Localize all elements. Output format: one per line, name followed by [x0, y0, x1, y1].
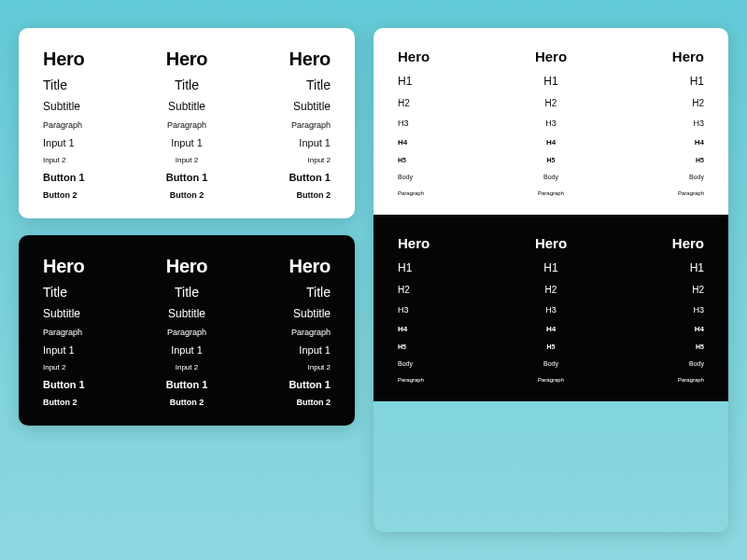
label-title: Title [175, 77, 199, 92]
label-subtitle: Subtitle [43, 100, 80, 113]
column-left-aligned: Hero Title Subtitle Paragraph Input 1 In… [43, 49, 132, 200]
label-title: Title [306, 77, 331, 92]
column-center-aligned: Hero H1 H2 H3 H4 H5 Body Paragraph [503, 235, 598, 383]
type-scale-panel-light: Hero H1 H2 H3 H4 H5 Body Paragraph Hero … [374, 28, 728, 215]
scale-paragraph: Paragraph [398, 190, 424, 196]
scale-h5: H5 [547, 343, 556, 350]
scale-hero: Hero [398, 49, 430, 64]
scale-h3: H3 [693, 119, 704, 128]
left-column: Hero Title Subtitle Paragraph Input 1 In… [19, 28, 355, 532]
label-button-1: Button 1 [43, 172, 85, 183]
label-input-2: Input 2 [308, 156, 331, 164]
column-right-aligned: Hero H1 H2 H3 H4 H5 Body Paragraph [610, 49, 704, 196]
column-right-aligned: Hero Title Subtitle Paragraph Input 1 In… [242, 256, 331, 407]
scale-h5: H5 [696, 343, 704, 350]
label-hero: Hero [166, 256, 207, 277]
scale-h4: H4 [695, 325, 704, 333]
label-title: Title [43, 77, 67, 92]
column-left-aligned: Hero H1 H2 H3 H4 H5 Body Paragraph [398, 49, 492, 196]
label-hero: Hero [43, 49, 84, 70]
label-input-1: Input 1 [171, 137, 203, 148]
scale-h4: H4 [398, 138, 407, 147]
label-input-1: Input 1 [171, 344, 203, 356]
label-subtitle: Subtitle [293, 307, 331, 320]
scale-hero: Hero [672, 235, 704, 251]
scale-h3: H3 [545, 119, 557, 128]
type-scale-panel-dark: Hero H1 H2 H3 H4 H5 Body Paragraph Hero … [374, 215, 728, 401]
label-button-2: Button 2 [43, 398, 78, 407]
components-card-light: Hero Title Subtitle Paragraph Input 1 In… [19, 28, 355, 218]
label-paragraph: Paragraph [167, 120, 206, 130]
label-button-1: Button 1 [289, 172, 331, 183]
label-button-2: Button 2 [170, 190, 204, 200]
column-right-aligned: Hero Title Subtitle Paragraph Input 1 In… [242, 49, 331, 200]
column-center-aligned: Hero Title Subtitle Paragraph Input 1 In… [143, 256, 232, 407]
scale-h1: H1 [690, 75, 704, 88]
label-title: Title [43, 285, 67, 300]
label-button-2: Button 2 [170, 398, 204, 407]
scale-body: Body [543, 174, 558, 180]
scale-h4: H4 [695, 138, 704, 147]
label-input-2: Input 2 [308, 363, 331, 371]
scale-h5: H5 [398, 157, 406, 163]
scale-h2: H2 [692, 98, 704, 108]
scale-h2: H2 [545, 98, 557, 108]
column-left-aligned: Hero Title Subtitle Paragraph Input 1 In… [43, 256, 132, 407]
scale-body: Body [398, 174, 413, 180]
scale-h3: H3 [693, 305, 704, 315]
scale-hero: Hero [672, 49, 704, 64]
label-input-1: Input 1 [43, 344, 75, 356]
label-input-1: Input 1 [299, 344, 331, 356]
scale-body: Body [689, 360, 704, 367]
scale-h4: H4 [546, 138, 556, 147]
scale-h3: H3 [545, 305, 557, 315]
scale-h3: H3 [398, 305, 409, 315]
label-input-2: Input 2 [176, 363, 198, 371]
label-input-1: Input 1 [43, 137, 75, 148]
scale-paragraph: Paragraph [538, 190, 564, 196]
scale-body: Body [689, 174, 704, 180]
scale-paragraph: Paragraph [398, 377, 424, 383]
components-card-dark: Hero Title Subtitle Paragraph Input 1 In… [19, 235, 355, 426]
scale-h3: H3 [398, 119, 409, 128]
scale-hero: Hero [398, 235, 430, 251]
label-title: Title [306, 285, 331, 300]
label-button-2: Button 2 [43, 190, 78, 200]
label-hero: Hero [289, 256, 331, 277]
scale-h1: H1 [398, 261, 412, 274]
scale-h1: H1 [398, 75, 412, 88]
label-input-1: Input 1 [299, 137, 331, 148]
scale-h2: H2 [692, 285, 704, 295]
label-input-2: Input 2 [43, 363, 65, 371]
label-button-1: Button 1 [166, 172, 208, 183]
scale-h2: H2 [398, 285, 410, 295]
column-center-aligned: Hero H1 H2 H3 H4 H5 Body Paragraph [503, 49, 598, 196]
label-paragraph: Paragraph [291, 328, 331, 337]
label-subtitle: Subtitle [43, 307, 80, 320]
label-button-1: Button 1 [43, 379, 85, 390]
label-title: Title [175, 285, 199, 300]
scale-h4: H4 [546, 325, 556, 333]
scale-hero: Hero [535, 49, 567, 64]
scale-h5: H5 [547, 157, 556, 163]
label-paragraph: Paragraph [291, 120, 331, 130]
scale-body: Body [398, 360, 413, 367]
column-left-aligned: Hero H1 H2 H3 H4 H5 Body Paragraph [398, 235, 492, 383]
scale-paragraph: Paragraph [538, 377, 564, 383]
scale-h2: H2 [398, 98, 410, 108]
scale-h1: H1 [690, 261, 704, 274]
label-paragraph: Paragraph [43, 328, 82, 337]
scale-h1: H1 [543, 261, 557, 274]
scale-h5: H5 [696, 157, 704, 163]
label-button-2: Button 2 [296, 190, 331, 200]
scale-h1: H1 [543, 75, 557, 88]
scale-h2: H2 [545, 285, 557, 295]
scale-body: Body [543, 360, 558, 367]
label-paragraph: Paragraph [167, 328, 206, 337]
label-hero: Hero [43, 256, 84, 277]
label-subtitle: Subtitle [168, 100, 205, 113]
label-input-2: Input 2 [43, 156, 65, 164]
column-center-aligned: Hero Title Subtitle Paragraph Input 1 In… [143, 49, 232, 200]
scale-h4: H4 [398, 325, 407, 333]
scale-h5: H5 [398, 343, 406, 350]
